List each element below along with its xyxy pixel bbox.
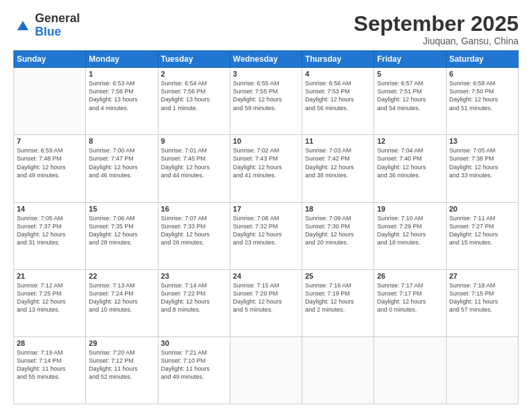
day-info: Sunrise: 6:59 AM Sunset: 7:48 PM Dayligh…	[17, 146, 83, 179]
calendar-cell: 28Sunrise: 7:19 AM Sunset: 7:14 PM Dayli…	[14, 336, 86, 404]
day-number: 26	[377, 272, 443, 280]
calendar-cell: 13Sunrise: 7:05 AM Sunset: 7:38 PM Dayli…	[446, 135, 518, 202]
calendar-cell: 22Sunrise: 7:13 AM Sunset: 7:24 PM Dayli…	[86, 269, 158, 336]
day-number: 6	[449, 70, 515, 78]
day-info: Sunrise: 6:58 AM Sunset: 7:50 PM Dayligh…	[449, 79, 515, 112]
day-info: Sunrise: 6:54 AM Sunset: 7:56 PM Dayligh…	[161, 79, 227, 112]
calendar-cell: 23Sunrise: 7:14 AM Sunset: 7:22 PM Dayli…	[158, 269, 230, 336]
calendar-cell: 9Sunrise: 7:01 AM Sunset: 7:45 PM Daylig…	[158, 135, 230, 202]
calendar-cell: 6Sunrise: 6:58 AM Sunset: 7:50 PM Daylig…	[446, 68, 518, 135]
calendar-week-4: 28Sunrise: 7:19 AM Sunset: 7:14 PM Dayli…	[14, 336, 519, 404]
day-info: Sunrise: 7:04 AM Sunset: 7:40 PM Dayligh…	[377, 146, 443, 179]
day-number: 4	[305, 70, 371, 78]
col-wednesday: Wednesday	[230, 51, 302, 68]
day-number: 30	[161, 339, 227, 347]
calendar-cell: 18Sunrise: 7:09 AM Sunset: 7:30 PM Dayli…	[302, 202, 374, 269]
day-number: 21	[17, 272, 83, 280]
logo-general-text: General	[35, 12, 80, 26]
col-saturday: Saturday	[446, 51, 518, 68]
col-monday: Monday	[86, 51, 158, 68]
calendar-cell: 8Sunrise: 7:00 AM Sunset: 7:47 PM Daylig…	[86, 135, 158, 202]
logo: General Blue	[13, 12, 80, 39]
calendar-cell	[446, 336, 518, 404]
day-number: 10	[233, 137, 299, 145]
header: General Blue September 2025 Jiuquan, Gan…	[13, 12, 519, 46]
calendar-cell	[14, 68, 86, 135]
col-tuesday: Tuesday	[158, 51, 230, 68]
logo-text: General Blue	[35, 12, 80, 39]
day-number: 8	[89, 137, 154, 145]
day-info: Sunrise: 7:05 AM Sunset: 7:37 PM Dayligh…	[17, 214, 83, 247]
day-number: 15	[89, 205, 154, 213]
calendar-cell: 17Sunrise: 7:08 AM Sunset: 7:32 PM Dayli…	[230, 202, 302, 269]
day-info: Sunrise: 7:07 AM Sunset: 7:33 PM Dayligh…	[161, 214, 227, 247]
day-number: 29	[89, 339, 154, 347]
calendar-cell: 10Sunrise: 7:02 AM Sunset: 7:43 PM Dayli…	[230, 135, 302, 202]
day-number: 27	[449, 272, 515, 280]
day-info: Sunrise: 7:03 AM Sunset: 7:42 PM Dayligh…	[305, 146, 371, 179]
calendar-cell	[230, 336, 302, 404]
calendar-cell: 5Sunrise: 6:57 AM Sunset: 7:51 PM Daylig…	[374, 68, 446, 135]
calendar-cell: 3Sunrise: 6:55 AM Sunset: 7:55 PM Daylig…	[230, 68, 302, 135]
page: General Blue September 2025 Jiuquan, Gan…	[0, 0, 532, 411]
day-number: 2	[161, 70, 227, 78]
col-friday: Friday	[374, 51, 446, 68]
day-info: Sunrise: 7:13 AM Sunset: 7:24 PM Dayligh…	[89, 281, 154, 314]
calendar-cell	[302, 336, 374, 404]
calendar-cell: 14Sunrise: 7:05 AM Sunset: 7:37 PM Dayli…	[14, 202, 86, 269]
day-info: Sunrise: 7:06 AM Sunset: 7:35 PM Dayligh…	[89, 214, 154, 247]
day-number: 28	[17, 339, 83, 347]
day-info: Sunrise: 7:12 AM Sunset: 7:25 PM Dayligh…	[17, 281, 83, 314]
calendar-cell: 4Sunrise: 6:56 AM Sunset: 7:53 PM Daylig…	[302, 68, 374, 135]
day-info: Sunrise: 7:18 AM Sunset: 7:15 PM Dayligh…	[449, 281, 515, 314]
day-info: Sunrise: 7:16 AM Sunset: 7:19 PM Dayligh…	[305, 281, 371, 314]
month-title: September 2025	[354, 12, 519, 36]
calendar-cell: 26Sunrise: 7:17 AM Sunset: 7:17 PM Dayli…	[374, 269, 446, 336]
day-number: 11	[305, 137, 371, 145]
calendar-cell: 15Sunrise: 7:06 AM Sunset: 7:35 PM Dayli…	[86, 202, 158, 269]
day-info: Sunrise: 7:05 AM Sunset: 7:38 PM Dayligh…	[449, 146, 515, 179]
calendar-header-row: Sunday Monday Tuesday Wednesday Thursday…	[14, 51, 519, 68]
day-number: 13	[449, 137, 515, 145]
col-thursday: Thursday	[302, 51, 374, 68]
day-number: 1	[89, 70, 154, 78]
day-info: Sunrise: 7:08 AM Sunset: 7:32 PM Dayligh…	[233, 214, 299, 247]
calendar-week-1: 7Sunrise: 6:59 AM Sunset: 7:48 PM Daylig…	[14, 135, 519, 202]
day-info: Sunrise: 7:14 AM Sunset: 7:22 PM Dayligh…	[161, 281, 227, 314]
day-number: 24	[233, 272, 299, 280]
day-info: Sunrise: 7:19 AM Sunset: 7:14 PM Dayligh…	[17, 349, 83, 381]
calendar-cell: 16Sunrise: 7:07 AM Sunset: 7:33 PM Dayli…	[158, 202, 230, 269]
day-number: 23	[161, 272, 227, 280]
calendar-cell: 7Sunrise: 6:59 AM Sunset: 7:48 PM Daylig…	[14, 135, 86, 202]
calendar-cell: 19Sunrise: 7:10 AM Sunset: 7:29 PM Dayli…	[374, 202, 446, 269]
day-number: 22	[89, 272, 154, 280]
calendar-week-0: 1Sunrise: 6:53 AM Sunset: 7:58 PM Daylig…	[14, 68, 519, 135]
calendar-cell: 25Sunrise: 7:16 AM Sunset: 7:19 PM Dayli…	[302, 269, 374, 336]
calendar-cell: 27Sunrise: 7:18 AM Sunset: 7:15 PM Dayli…	[446, 269, 518, 336]
calendar-cell: 20Sunrise: 7:11 AM Sunset: 7:27 PM Dayli…	[446, 202, 518, 269]
day-info: Sunrise: 7:00 AM Sunset: 7:47 PM Dayligh…	[89, 146, 154, 179]
day-number: 17	[233, 205, 299, 213]
day-number: 9	[161, 137, 227, 145]
calendar-cell: 11Sunrise: 7:03 AM Sunset: 7:42 PM Dayli…	[302, 135, 374, 202]
day-info: Sunrise: 7:09 AM Sunset: 7:30 PM Dayligh…	[305, 214, 371, 247]
day-info: Sunrise: 7:11 AM Sunset: 7:27 PM Dayligh…	[449, 214, 515, 247]
day-number: 20	[449, 205, 515, 213]
day-number: 7	[17, 137, 83, 145]
day-info: Sunrise: 7:02 AM Sunset: 7:43 PM Dayligh…	[233, 146, 299, 179]
day-info: Sunrise: 7:17 AM Sunset: 7:17 PM Dayligh…	[377, 281, 443, 314]
col-sunday: Sunday	[14, 51, 86, 68]
logo-icon	[13, 16, 32, 35]
day-number: 12	[377, 137, 443, 145]
calendar-week-2: 14Sunrise: 7:05 AM Sunset: 7:37 PM Dayli…	[14, 202, 519, 269]
calendar-cell: 1Sunrise: 6:53 AM Sunset: 7:58 PM Daylig…	[86, 68, 158, 135]
day-number: 25	[305, 272, 371, 280]
calendar-cell: 2Sunrise: 6:54 AM Sunset: 7:56 PM Daylig…	[158, 68, 230, 135]
calendar-cell: 24Sunrise: 7:15 AM Sunset: 7:20 PM Dayli…	[230, 269, 302, 336]
day-number: 3	[233, 70, 299, 78]
day-info: Sunrise: 6:57 AM Sunset: 7:51 PM Dayligh…	[377, 79, 443, 112]
calendar-week-3: 21Sunrise: 7:12 AM Sunset: 7:25 PM Dayli…	[14, 269, 519, 336]
day-info: Sunrise: 7:01 AM Sunset: 7:45 PM Dayligh…	[161, 146, 227, 179]
calendar-cell: 12Sunrise: 7:04 AM Sunset: 7:40 PM Dayli…	[374, 135, 446, 202]
day-info: Sunrise: 7:10 AM Sunset: 7:29 PM Dayligh…	[377, 214, 443, 247]
